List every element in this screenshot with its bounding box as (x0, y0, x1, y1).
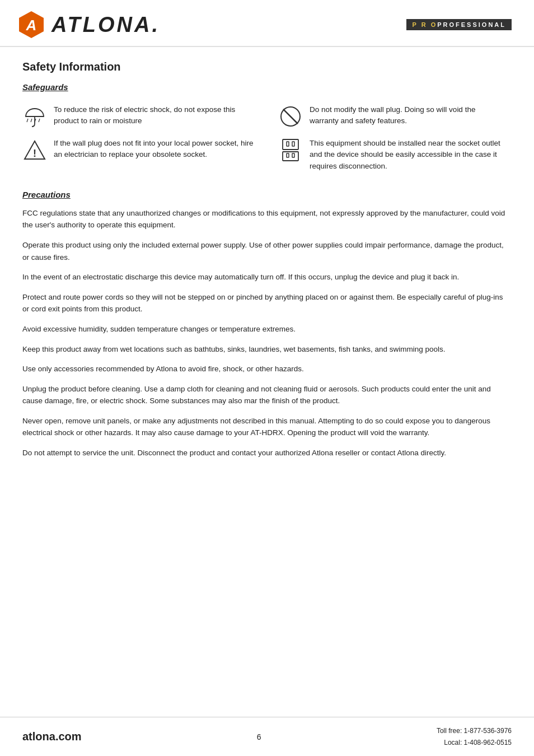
socket-icon (278, 138, 303, 162)
footer-local: Local: 1-408-962-0515 (437, 737, 512, 748)
svg-rect-13 (283, 139, 298, 150)
precaution-5: Avoid excessive humidity, sudden tempera… (22, 323, 512, 335)
safeguards-grid: To reduce the risk of electric shock, do… (22, 100, 512, 176)
safeguards-heading: Safeguards (22, 82, 512, 92)
svg-line-8 (39, 119, 40, 122)
footer-page-number: 6 (257, 732, 261, 741)
page-header: A ATLONA. P R OPROFESSIONAL (0, 0, 534, 47)
logo-area: A ATLONA. (17, 10, 160, 39)
precautions-heading: Precautions (22, 190, 512, 199)
atlona-logo-icon: A (17, 10, 46, 39)
footer-website: atlona.com (22, 730, 82, 743)
svg-rect-18 (292, 153, 294, 157)
precaution-1: FCC regulations state that any unauthori… (22, 207, 512, 231)
svg-text:!: ! (33, 148, 36, 159)
precaution-10: Do not attempt to service the unit. Disc… (22, 447, 512, 459)
svg-rect-15 (292, 142, 294, 146)
svg-line-10 (283, 109, 298, 124)
atlona-logo-text: ATLONA. (51, 13, 160, 37)
precaution-7: Use only accessories recommended by Atlo… (22, 363, 512, 375)
svg-text:A: A (26, 17, 37, 34)
precaution-9: Never open, remove unit panels, or make … (22, 415, 512, 439)
svg-rect-17 (287, 153, 289, 157)
safeguards-section: Safeguards (22, 82, 512, 176)
pro-highlight: P R O (412, 21, 437, 28)
professional-badge: P R OPROFESSIONAL (406, 19, 512, 30)
toll-free-label: Toll free: (437, 727, 464, 735)
safeguard-item-warning: ! If the wall plug does not fit into you… (22, 133, 267, 176)
toll-free-number: 1-877-536-3976 (464, 727, 512, 735)
precautions-section: Precautions FCC regulations state that a… (22, 190, 512, 459)
precaution-6: Keep this product away from wet location… (22, 343, 512, 356)
local-number: 1-408-962-0515 (464, 739, 512, 746)
svg-line-6 (31, 119, 32, 122)
warning-triangle-icon: ! (22, 138, 47, 162)
safeguard-text-warning: If the wall plug does not fit into your … (54, 138, 260, 161)
no-modify-icon (278, 104, 303, 129)
safeguard-item-socket: This equipment should be installed near … (267, 133, 512, 176)
main-content: Safety Information Safeguards (0, 47, 534, 478)
svg-line-5 (27, 119, 28, 122)
safeguard-text-rain: To reduce the risk of electric shock, do… (54, 104, 260, 127)
footer-toll-free: Toll free: 1-877-536-3976 (437, 725, 512, 736)
precaution-8: Unplug the product before cleaning. Use … (22, 383, 512, 407)
local-label: Local: (444, 739, 463, 746)
page-title: Safety Information (22, 60, 512, 73)
safeguard-text-no-modify: Do not modify the wall plug. Doing so wi… (310, 104, 505, 127)
safeguard-item-rain: To reduce the risk of electric shock, do… (22, 100, 267, 133)
footer-contact: Toll free: 1-877-536-3976 Local: 1-408-9… (437, 725, 512, 748)
safeguard-item-no-modify: Do not modify the wall plug. Doing so wi… (267, 100, 512, 133)
umbrella-icon (22, 104, 47, 129)
svg-rect-16 (283, 152, 298, 161)
safeguard-text-socket: This equipment should be installed near … (310, 138, 505, 172)
precaution-2: Operate this product using only the incl… (22, 239, 512, 263)
svg-rect-14 (287, 142, 289, 146)
precaution-3: In the event of an electrostatic dischar… (22, 271, 512, 283)
precaution-4: Protect and route power cords so they wi… (22, 291, 512, 315)
page-footer: atlona.com 6 Toll free: 1-877-536-3976 L… (0, 717, 534, 756)
